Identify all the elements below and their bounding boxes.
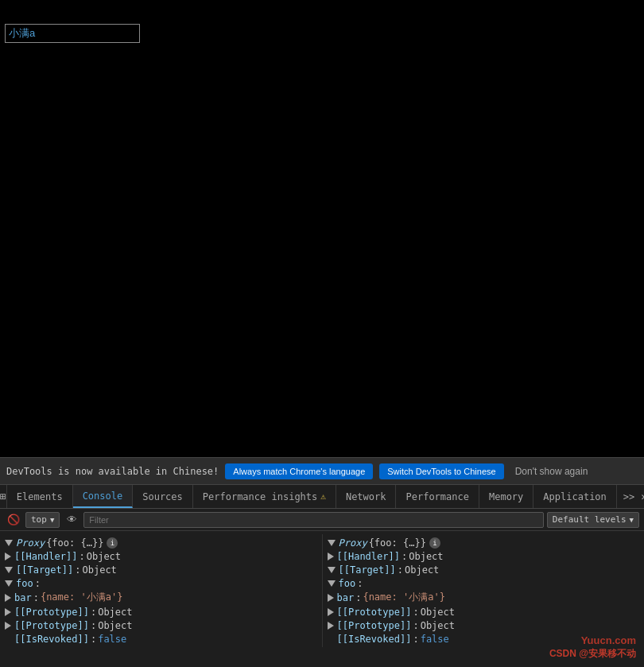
tab-sources-label: Sources — [142, 491, 183, 502]
target-row-left[interactable]: [[Target]] : Object — [0, 563, 322, 576]
handler-val-left: Object — [87, 551, 121, 562]
is-revoked-row-left[interactable]: [[IsRevoked]] : false — [0, 632, 322, 646]
console-col-left: Proxy {foo: {…}} i [[Handler]] : Object … — [0, 534, 323, 647]
bar-row-left[interactable]: bar : {name: '小满a'} — [0, 590, 322, 605]
tab-application[interactable]: Application — [533, 485, 616, 508]
perf-insights-icon: ⚠ — [320, 491, 326, 502]
tab-elements[interactable]: Elements — [7, 485, 73, 508]
proto-target-expand-left — [5, 622, 11, 630]
context-selector[interactable]: top ▼ — [25, 512, 60, 528]
tab-memory[interactable]: Memory — [479, 485, 533, 508]
proto-target-key-left: [[Prototype]] — [14, 620, 89, 631]
language-banner: DevTools is now available in Chinese! Al… — [0, 458, 644, 485]
handler-row-right[interactable]: [[Handler]] : Object — [323, 549, 645, 563]
log-levels-selector[interactable]: Default levels ▼ — [547, 512, 639, 528]
tab-memory-label: Memory — [489, 491, 523, 502]
tab-console[interactable]: Console — [73, 485, 134, 508]
expand-left-arrow — [5, 540, 13, 546]
dont-show-button[interactable]: Don't show again — [510, 463, 593, 480]
foo-expand-left — [5, 580, 13, 587]
proxy-short-left: {foo: {…}} — [46, 537, 103, 549]
bar-expand-right — [328, 594, 334, 602]
proxy-header-left[interactable]: Proxy {foo: {…}} i — [0, 536, 322, 549]
context-label: top — [31, 514, 47, 525]
proto-bar-expand-left — [5, 608, 11, 616]
proto-bar-key-left: [[Prototype]] — [14, 607, 89, 618]
tab-network-label: Network — [346, 491, 386, 502]
devtools-tabs: ⊞ Elements Console Sources Performance i… — [0, 485, 644, 509]
target-expand-left — [5, 567, 13, 573]
handler-key-left: [[Handler]] — [14, 551, 77, 562]
proxy-label-right: Proxy — [339, 537, 367, 549]
proto-bar-expand-right — [328, 608, 334, 616]
foo-row-right[interactable]: foo : — [323, 576, 645, 590]
levels-dropdown-icon: ▼ — [630, 516, 634, 524]
handler-key-right: [[Handler]] — [337, 551, 400, 562]
tab-application-label: Application — [543, 491, 606, 502]
proto-target-val-left: Object — [98, 620, 132, 631]
devtools-panel: DevTools is now available in Chinese! Al… — [0, 457, 644, 667]
eye-icon-button[interactable]: 👁 — [63, 511, 80, 529]
tabs-more-button[interactable]: >> — [617, 485, 641, 508]
proto-target-expand-right — [328, 622, 334, 630]
tab-performance-insights-label: Performance insights — [203, 491, 318, 502]
devtools-close-button[interactable]: ✕ — [641, 485, 644, 508]
proxy-info-icon-left[interactable]: i — [107, 537, 118, 549]
bar-val-right: {name: '小满a'} — [363, 591, 444, 604]
target-row-right[interactable]: [[Target]] : Object — [323, 563, 645, 576]
target-val-left: Object — [82, 564, 116, 576]
is-revoked-val-right: false — [421, 634, 449, 645]
bar-key-right: bar — [337, 592, 355, 603]
target-key-right: [[Target]] — [339, 564, 396, 576]
handler-row-left[interactable]: [[Handler]] : Object — [0, 549, 322, 563]
foo-expand-right — [328, 580, 336, 587]
prototype-bar-row-right[interactable]: [[Prototype]] : Object — [323, 605, 645, 619]
banner-message: DevTools is now available in Chinese! — [6, 466, 219, 477]
is-revoked-key-right: [[IsRevoked]] — [337, 634, 412, 645]
proto-target-val-right: Object — [421, 620, 455, 631]
prototype-target-row-left[interactable]: [[Prototype]] : Object — [0, 619, 322, 632]
switch-language-button[interactable]: Switch DevTools to Chinese — [379, 463, 503, 479]
filter-input[interactable] — [83, 512, 544, 528]
console-output: Proxy {foo: {…}} i [[Handler]] : Object … — [0, 531, 644, 667]
tab-console-label: Console — [83, 491, 123, 502]
foo-row-left[interactable]: foo : — [0, 576, 322, 590]
tab-performance[interactable]: Performance — [396, 485, 479, 508]
proto-target-key-right: [[Prototype]] — [337, 620, 412, 631]
proto-bar-val-left: Object — [98, 607, 132, 618]
console-toolbar: 🚫 top ▼ 👁 Default levels ▼ — [0, 509, 644, 531]
browser-viewport — [0, 0, 644, 457]
tab-elements-label: Elements — [17, 491, 63, 502]
dock-icon-button[interactable]: ⊞ — [0, 485, 7, 508]
tab-sources[interactable]: Sources — [133, 485, 193, 508]
expand-right-arrow — [328, 540, 336, 546]
context-dropdown-icon: ▼ — [50, 516, 54, 524]
proxy-info-icon-right[interactable]: i — [429, 537, 440, 549]
prototype-bar-row-left[interactable]: [[Prototype]] : Object — [0, 605, 322, 619]
handler-val-right: Object — [409, 551, 443, 562]
target-val-right: Object — [405, 564, 439, 576]
watermark-line1: Yuucn.com — [581, 634, 636, 646]
clear-console-button[interactable]: 🚫 — [5, 511, 22, 529]
match-language-button[interactable]: Always match Chrome's language — [225, 463, 373, 479]
target-key-left: [[Target]] — [16, 564, 73, 576]
page-input[interactable] — [5, 24, 140, 43]
tab-performance-insights[interactable]: Performance insights ⚠ — [193, 485, 336, 508]
foo-key-right: foo — [339, 578, 356, 589]
handler-expand-left — [5, 553, 11, 560]
prototype-target-row-right[interactable]: [[Prototype]] : Object — [323, 619, 645, 632]
log-levels-label: Default levels — [553, 514, 627, 525]
bar-val-left: {name: '小满a'} — [41, 591, 122, 604]
bar-row-right[interactable]: bar : {name: '小满a'} — [323, 590, 645, 605]
is-revoked-key-left: [[IsRevoked]] — [14, 634, 89, 645]
proxy-label-left: Proxy — [16, 537, 45, 549]
bar-key-left: bar — [14, 592, 32, 603]
handler-expand-right — [328, 553, 334, 560]
watermark-line2: CSDN @安果移不动 — [549, 647, 636, 661]
console-col-right: Proxy {foo: {…}} i [[Handler]] : Object … — [323, 534, 645, 647]
proto-bar-val-right: Object — [421, 607, 455, 618]
tab-network[interactable]: Network — [336, 485, 397, 508]
tab-performance-label: Performance — [405, 491, 468, 502]
proxy-header-right[interactable]: Proxy {foo: {…}} i — [323, 536, 645, 549]
target-expand-right — [328, 567, 336, 573]
